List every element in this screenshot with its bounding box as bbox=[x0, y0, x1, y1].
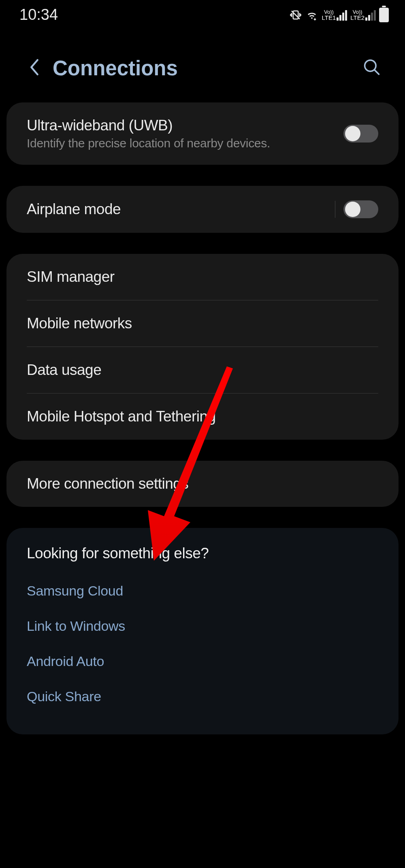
svg-point-2 bbox=[365, 60, 376, 72]
more-connection-settings-label: More connection settings bbox=[27, 475, 188, 492]
battery-icon bbox=[379, 8, 389, 22]
search-button[interactable] bbox=[355, 54, 389, 82]
back-button[interactable] bbox=[16, 54, 49, 82]
more-settings-card: More connection settings bbox=[6, 461, 399, 507]
airplane-row[interactable]: Airplane mode bbox=[6, 186, 399, 233]
lte2-indicator: Vo)) LTE2 bbox=[350, 9, 376, 21]
data-usage-label: Data usage bbox=[27, 362, 101, 379]
lte1-indicator: Vo)) LTE1 bbox=[322, 9, 347, 21]
suggestions-title: Looking for something else? bbox=[27, 545, 378, 562]
wifi-icon bbox=[305, 9, 319, 21]
page-title: Connections bbox=[53, 56, 355, 80]
uwb-subtitle: Identify the precise location of nearby … bbox=[27, 136, 343, 150]
uwb-card: Ultra-wideband (UWB) Identify the precis… bbox=[6, 102, 399, 165]
data-usage-row[interactable]: Data usage bbox=[6, 347, 399, 393]
mobile-networks-label: Mobile networks bbox=[27, 315, 132, 332]
sim-manager-label: SIM manager bbox=[27, 268, 115, 285]
samsung-cloud-link[interactable]: Samsung Cloud bbox=[27, 573, 378, 608]
status-time: 10:34 bbox=[19, 6, 58, 23]
uwb-title: Ultra-wideband (UWB) bbox=[27, 117, 343, 134]
more-connection-settings-row[interactable]: More connection settings bbox=[6, 461, 399, 507]
network-card: SIM manager Mobile networks Data usage M… bbox=[6, 254, 399, 440]
hotspot-row[interactable]: Mobile Hotspot and Tethering bbox=[6, 394, 399, 440]
status-bar: 10:34 Vo)) LTE1 bbox=[0, 0, 405, 30]
airplane-toggle[interactable] bbox=[343, 200, 378, 218]
status-icons: Vo)) LTE1 Vo)) LTE2 bbox=[290, 8, 389, 22]
uwb-toggle[interactable] bbox=[343, 125, 378, 143]
mobile-networks-row[interactable]: Mobile networks bbox=[6, 300, 399, 347]
header: Connections bbox=[0, 30, 405, 98]
hotspot-label: Mobile Hotspot and Tethering bbox=[27, 408, 216, 425]
suggestions-card: Looking for something else? Samsung Clou… bbox=[6, 528, 399, 734]
quick-share-link[interactable]: Quick Share bbox=[27, 679, 378, 714]
sim-manager-row[interactable]: SIM manager bbox=[6, 254, 399, 300]
android-auto-link[interactable]: Android Auto bbox=[27, 644, 378, 679]
uwb-row[interactable]: Ultra-wideband (UWB) Identify the precis… bbox=[6, 102, 399, 165]
svg-line-3 bbox=[375, 70, 379, 74]
link-to-windows-link[interactable]: Link to Windows bbox=[27, 608, 378, 644]
airplane-title: Airplane mode bbox=[27, 201, 335, 218]
airplane-card: Airplane mode bbox=[6, 186, 399, 233]
vibrate-icon bbox=[290, 9, 302, 21]
